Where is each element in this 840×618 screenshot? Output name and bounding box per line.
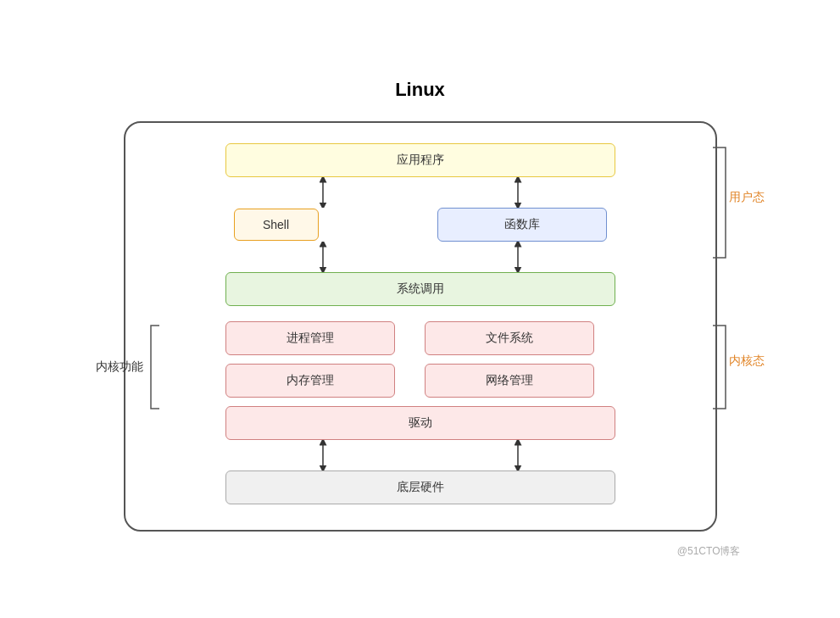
main-title: Linux bbox=[124, 79, 717, 101]
syscall-row: 系统调用 bbox=[151, 272, 690, 306]
arrows-mid-syscall bbox=[151, 242, 690, 272]
arrow-driver-hw-right bbox=[509, 440, 526, 470]
network-box: 网络管理 bbox=[425, 364, 594, 398]
diagram-wrapper: Linux 应用程序 用户态 bbox=[90, 53, 751, 565]
arrows-app-to-mid bbox=[151, 177, 690, 208]
hardware-box: 底层硬件 bbox=[225, 470, 615, 504]
kernel-funcs-row: 内核功能 内核态 进程管理 文件系统 内存管理 网络管理 bbox=[151, 321, 690, 398]
driver-box: 驱动 bbox=[225, 406, 615, 440]
kernel-func-label: 内核功能 bbox=[96, 359, 143, 375]
syscall-box: 系统调用 bbox=[225, 272, 615, 306]
arrow-driver-hw-left bbox=[314, 440, 331, 470]
kernel-mode-bracket: 内核态 bbox=[709, 321, 734, 413]
spacer2 bbox=[151, 398, 690, 406]
kernel-mode-label: 内核态 bbox=[729, 354, 765, 369]
process-box: 进程管理 bbox=[225, 321, 395, 355]
filesystem-box: 文件系统 bbox=[425, 321, 594, 355]
kernel-grid: 进程管理 文件系统 内存管理 网络管理 bbox=[225, 321, 615, 398]
lib-box: 函数库 bbox=[437, 208, 607, 242]
watermark: @51CTO博客 bbox=[677, 544, 741, 559]
app-row: 应用程序 用户态 bbox=[151, 143, 690, 177]
shell-box: Shell bbox=[234, 209, 319, 241]
arrows-driver-hw bbox=[151, 440, 690, 470]
app-box: 应用程序 bbox=[225, 143, 615, 177]
outer-box: 应用程序 用户态 bbox=[124, 121, 717, 532]
bracket-left-svg bbox=[147, 321, 164, 413]
kernel-func-left-area: 内核功能 bbox=[96, 321, 164, 413]
memory-box: 内存管理 bbox=[225, 364, 395, 398]
arrow-app-lib bbox=[509, 177, 526, 208]
user-mode-label: 用户态 bbox=[729, 190, 765, 205]
shell-lib-row: Shell 函数库 bbox=[151, 208, 690, 242]
arrow-app-shell bbox=[314, 177, 331, 208]
arrow-lib-syscall bbox=[509, 242, 526, 272]
user-mode-bracket: 用户态 bbox=[709, 143, 734, 262]
hardware-row: 底层硬件 bbox=[151, 470, 690, 504]
driver-row: 驱动 bbox=[151, 406, 690, 440]
spacer1 bbox=[151, 306, 690, 321]
arrow-shell-syscall bbox=[314, 242, 331, 272]
